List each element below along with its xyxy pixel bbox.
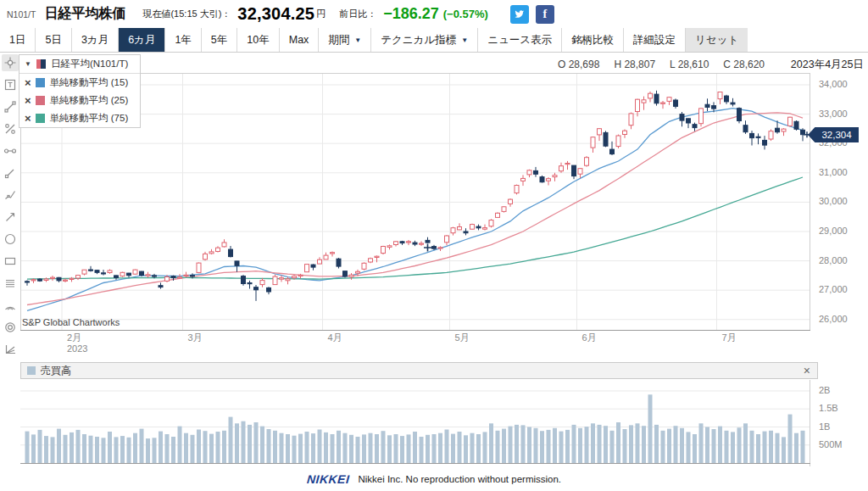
volume-axis-tick-label: 1.5B bbox=[819, 403, 838, 413]
y-axis-tick-label: 26,000 bbox=[819, 314, 848, 324]
x-axis-month-label: 6月 bbox=[582, 332, 597, 343]
header: N101/T 日経平均株価 現在値(15:15 大引)： 32,304.25 円… bbox=[0, 0, 868, 28]
overlay-color-swatch bbox=[36, 78, 45, 87]
chevron-down-icon: ▼ bbox=[461, 36, 468, 44]
period-max[interactable]: Max bbox=[280, 28, 320, 52]
ohlc-o: O 28,698 bbox=[558, 59, 599, 70]
ohlc-readout: O 28,698H 28,807L 28,610C 28,620 bbox=[558, 59, 765, 70]
crosshair-date: 2023年4月25日 bbox=[791, 58, 864, 72]
text-annotation-tool-icon[interactable] bbox=[2, 76, 19, 93]
remove-overlay-icon[interactable]: × bbox=[25, 77, 31, 88]
ohlc-h: H 28,807 bbox=[614, 59, 655, 70]
legend-overlay-row: ×単純移動平均 (25) bbox=[19, 92, 140, 109]
volume-axis-tick-label: 500M bbox=[819, 439, 843, 449]
copyright-text: Nikkei Inc. No reproduction without perm… bbox=[358, 474, 561, 484]
crosshair-marker bbox=[424, 244, 431, 252]
legend-overlay-row: ×単純移動平均 (75) bbox=[19, 109, 140, 127]
chevron-down-icon: ▼ bbox=[354, 36, 361, 44]
symbol-code: N101/T bbox=[7, 9, 36, 20]
footer: NIKKEI Nikkei Inc. No reproduction witho… bbox=[0, 472, 868, 486]
trendline-tool-icon[interactable] bbox=[2, 98, 19, 115]
ohlc-l: L 28,610 bbox=[670, 59, 709, 70]
period-3m[interactable]: 3カ月 bbox=[72, 28, 119, 52]
legend-collapse-icon[interactable]: ▼ bbox=[25, 60, 31, 68]
current-price: 32,304.25 bbox=[237, 4, 314, 24]
x-axis-month-label: 5月 bbox=[455, 332, 470, 343]
volume-legend-swatch bbox=[27, 366, 36, 375]
chart-legend: ▼日経平均(N101/T)×単純移動平均 (15)×単純移動平均 (25)×単純… bbox=[19, 54, 141, 128]
volume-axis-tick-label: 2B bbox=[819, 385, 830, 395]
current-price-label: 現在値(15:15 大引)： bbox=[142, 8, 231, 20]
x-axis-month-label: 3月 bbox=[188, 332, 203, 343]
x-axis-month-label: 7月 bbox=[722, 332, 737, 343]
fibonacci-retracement-tool-icon[interactable] bbox=[2, 120, 19, 137]
twitter-share-icon[interactable] bbox=[510, 5, 529, 24]
last-price-tag: 32,304 bbox=[808, 127, 859, 142]
y-axis-tick-label: 34,000 bbox=[819, 79, 848, 89]
y-axis-tick-label: 29,000 bbox=[819, 226, 848, 236]
parallel-lines-tool-icon[interactable] bbox=[2, 275, 19, 292]
y-axis-tick-label: 30,000 bbox=[819, 196, 848, 206]
remove-overlay-icon[interactable]: × bbox=[25, 113, 31, 124]
overlay-color-swatch bbox=[36, 114, 45, 123]
price-unit: 円 bbox=[316, 8, 326, 20]
measure-tool-icon[interactable] bbox=[2, 142, 19, 159]
gann-fan-tool-icon[interactable] bbox=[2, 341, 19, 358]
fibonacci-arc-tool-icon[interactable] bbox=[2, 297, 19, 314]
change-label: 前日比： bbox=[339, 8, 376, 20]
button-detail-settings[interactable]: 詳細設定 bbox=[624, 28, 686, 52]
share-buttons: f bbox=[510, 5, 554, 24]
menu-period[interactable]: 期間▼ bbox=[319, 28, 371, 52]
volume-chart-area[interactable] bbox=[20, 380, 810, 470]
series-color-swatch bbox=[36, 59, 46, 69]
legend-overlay-label: 単純移動平均 (15) bbox=[50, 76, 129, 89]
price-change-percent: (−0.57%) bbox=[443, 8, 488, 20]
ohlc-c: C 28,620 bbox=[723, 59, 765, 70]
legend-main-label: 日経平均(N101/T) bbox=[51, 58, 128, 70]
ellipse-tool-icon[interactable] bbox=[2, 231, 19, 248]
volume-panel-header: 売買高 × bbox=[20, 362, 818, 379]
fibonacci-circle-tool-icon[interactable] bbox=[2, 319, 19, 336]
rectangle-tool-icon[interactable] bbox=[2, 253, 19, 270]
chartworks-watermark: S&P Global Chartworks bbox=[22, 317, 120, 327]
drawing-tools-sidebar bbox=[0, 54, 20, 363]
legend-overlay-row: ×単純移動平均 (15) bbox=[19, 74, 140, 92]
arrow-tool-icon[interactable] bbox=[2, 209, 19, 226]
price-change: −186.27 bbox=[383, 5, 439, 23]
volume-panel-close-icon[interactable]: × bbox=[804, 365, 810, 377]
y-axis-tick-label: 31,000 bbox=[819, 167, 848, 177]
crosshair-tool-icon[interactable] bbox=[2, 54, 19, 71]
x-axis-month-label: 4月 bbox=[328, 332, 342, 343]
legend-overlay-label: 単純移動平均 (75) bbox=[50, 112, 129, 125]
button-news-display[interactable]: ニュース表示 bbox=[478, 28, 562, 52]
overlay-color-swatch bbox=[36, 96, 45, 105]
y-axis-tick-label: 33,000 bbox=[819, 109, 848, 119]
remove-overlay-icon[interactable]: × bbox=[25, 95, 31, 106]
period-5d[interactable]: 5日 bbox=[36, 28, 71, 52]
volume-axis-tick-label: 1B bbox=[819, 421, 830, 432]
period-10y[interactable]: 10年 bbox=[237, 28, 279, 52]
period-1y[interactable]: 1年 bbox=[165, 28, 201, 52]
legend-main-series: ▼日経平均(N101/T) bbox=[19, 55, 140, 74]
chart-toolbar: 1日5日3カ月6カ月1年5年10年Max期間▼テクニカル指標▼ニュース表示銘柄比… bbox=[0, 28, 868, 53]
y-axis-tick-label: 27,000 bbox=[819, 284, 848, 294]
facebook-share-icon[interactable]: f bbox=[536, 5, 554, 24]
x-axis-month-label: 2月2023 bbox=[67, 332, 87, 354]
button-reset[interactable]: リセット bbox=[686, 28, 748, 52]
period-1d[interactable]: 1日 bbox=[0, 28, 36, 52]
period-6m[interactable]: 6カ月 bbox=[119, 28, 165, 52]
volume-panel-title: 売買高 bbox=[41, 364, 71, 378]
period-5y[interactable]: 5年 bbox=[202, 28, 237, 52]
nikkei-chart-page: N101/T 日経平均株価 現在値(15:15 大引)： 32,304.25 円… bbox=[0, 0, 868, 491]
menu-technical-indicators[interactable]: テクニカル指標▼ bbox=[371, 28, 478, 52]
button-symbol-compare[interactable]: 銘柄比較 bbox=[562, 28, 624, 52]
line-segment-tool-icon[interactable] bbox=[2, 165, 19, 181]
legend-overlay-label: 単純移動平均 (25) bbox=[50, 94, 129, 107]
page-title: 日経平均株価 bbox=[44, 5, 125, 23]
nikkei-logo: NIKKEI bbox=[306, 472, 350, 486]
polyline-tool-icon[interactable] bbox=[2, 187, 19, 204]
y-axis-tick-label: 28,000 bbox=[819, 255, 848, 265]
